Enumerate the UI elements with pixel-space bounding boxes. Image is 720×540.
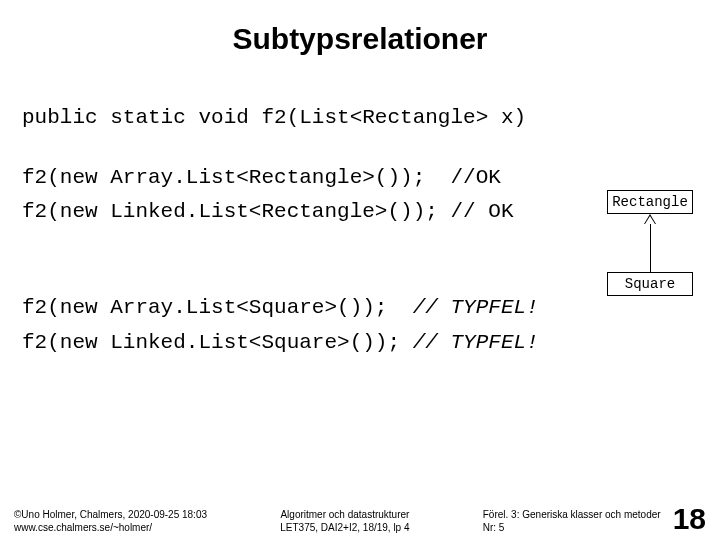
code-line-4-code: f2(new Linked.List<Square>()); (22, 331, 413, 354)
footer-course-code: LET375, DAI2+I2, 18/19, lp 4 (280, 522, 409, 535)
code-declaration: public static void f2(List<Rectangle> x) (22, 106, 698, 130)
inheritance-arrow (600, 214, 700, 272)
code-line-4: f2(new Linked.List<Square>()); // TYPFEL… (22, 331, 698, 355)
inheritance-diagram: Rectangle Square (600, 190, 700, 296)
code-line-2-comment: // OK (450, 200, 513, 223)
footer-center: Algoritmer och datastrukturer LET375, DA… (280, 509, 409, 534)
code-line-1-code: f2(new Array.List<Rectangle>()); (22, 166, 450, 189)
code-line-3: f2(new Array.List<Square>()); // TYPFEL! (22, 296, 698, 320)
footer-lecture: Förel. 3: Generiska klasser och metoder (483, 509, 661, 522)
page-number: 18 (667, 504, 706, 534)
code-line-2: f2(new Linked.List<Rectangle>()); // OK (22, 200, 698, 224)
class-box-rectangle: Rectangle (607, 190, 693, 214)
arrow-head-icon (644, 214, 656, 224)
footer-url: www.cse.chalmers.se/~holmer/ (14, 522, 207, 535)
code-line-4-comment: // TYPFEL! (413, 331, 539, 354)
class-box-square: Square (607, 272, 693, 296)
footer-copyright: ©Uno Holmer, Chalmers, 2020-09-25 18:03 (14, 509, 207, 522)
footer-left: ©Uno Holmer, Chalmers, 2020-09-25 18:03 … (14, 509, 207, 534)
code-line-3-comment: // TYPFEL! (413, 296, 539, 319)
code-line-2-code: f2(new Linked.List<Rectangle>()); (22, 200, 450, 223)
slide-footer: ©Uno Holmer, Chalmers, 2020-09-25 18:03 … (0, 504, 720, 534)
code-line-1: f2(new Array.List<Rectangle>()); //OK (22, 166, 698, 190)
footer-nr: Nr: 5 (483, 522, 661, 535)
footer-course-name: Algoritmer och datastrukturer (280, 509, 409, 522)
code-line-1-comment: //OK (450, 166, 500, 189)
slide-title: Subtypsrelationer (0, 0, 720, 66)
code-line-3-code: f2(new Array.List<Square>()); (22, 296, 413, 319)
footer-right: Förel. 3: Generiska klasser och metoder … (483, 504, 706, 534)
